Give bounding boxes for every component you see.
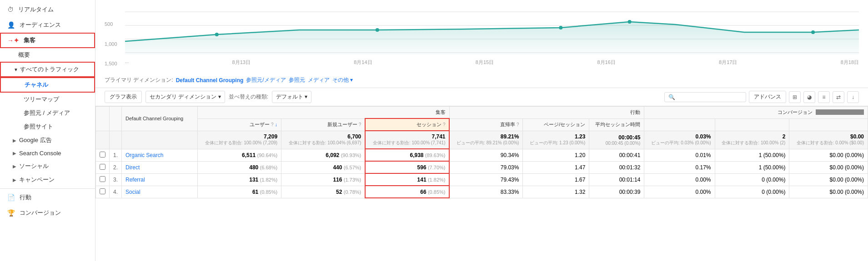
behavior-header: 行動 <box>449 107 644 119</box>
sidebar-item-behavior[interactable]: 📄 行動 <box>0 188 95 205</box>
sidebar-item-treemap[interactable]: ツリーマップ <box>0 93 95 106</box>
totals-label <box>122 131 198 149</box>
channel-header: Default Channel Grouping <box>122 107 198 131</box>
svg-point-7 <box>559 26 562 30</box>
table-row: 2. Direct 480 (6.68%) 440 (6.57%) 596 (7… <box>96 161 868 173</box>
sort-default-dropdown[interactable]: デフォルト ▾ <box>272 91 311 103</box>
sidebar-item-referral-media[interactable]: 参照元 / メディア <box>0 106 95 120</box>
pie-view-icon[interactable]: ◕ <box>803 91 815 103</box>
sidebar-item-conversion[interactable]: 🏆 コンバージョン <box>0 205 95 221</box>
sidebar-item-overview[interactable]: 概要 <box>0 48 95 62</box>
row-new-users: 116 (1.73%) <box>281 173 366 186</box>
chart-y-labels: 1,500 1,000 500 <box>105 7 123 66</box>
row-num: 3. <box>110 173 122 186</box>
row-sessions: 596 (7.70%) <box>365 161 449 173</box>
table-view-icon[interactable]: ⊞ <box>789 91 801 103</box>
acquisition-icon: →✦ <box>7 37 19 44</box>
totals-users: 7,209 全体に対する割合: 100.00% (7,209) <box>197 131 281 149</box>
sidebar-item-realtime[interactable]: ⏱ リアルタイム <box>0 2 95 17</box>
secondary-dimension-dropdown[interactable]: セカンダリ ディメンション ▾ <box>146 91 225 103</box>
sidebar-item-social[interactable]: ▶ ソーシャル <box>0 159 95 173</box>
graph-view-button[interactable]: グラフ表示 <box>105 91 142 103</box>
row-sessions: 141 (1.82%) <box>365 173 449 186</box>
totals-sessions: 7,741 全体に対する割合: 100.00% (7,741) <box>365 131 449 149</box>
row-pages-session: 1.32 <box>523 186 589 198</box>
avg-session-header[interactable]: 平均セッション時間 <box>589 118 644 131</box>
table-row: 3. Referral 131 (1.82%) 116 (1.73%) 141 … <box>96 173 868 186</box>
search-box[interactable]: 🔍 <box>664 92 746 102</box>
row-conv1: 0.17% <box>644 161 715 173</box>
row-channel-name[interactable]: Social <box>122 186 198 198</box>
checkbox-header <box>96 107 110 131</box>
row-conv2: 0 (0.00%) <box>715 173 789 186</box>
sidebar-item-channels[interactable]: チャネル <box>0 77 95 93</box>
sidebar-item-audience[interactable]: 👤 オーディエンス <box>0 17 95 33</box>
dimension-row: プライマリ ディメンション: Default Channel Grouping … <box>95 73 868 88</box>
data-table: Default Channel Grouping 集客 行動 コンバージョン ユ… <box>95 106 868 198</box>
row-checkbox[interactable] <box>96 186 110 198</box>
totals-bounce: 89.21% ビューの平均: 89.21% (0.00%) <box>449 131 522 149</box>
arrow-down-icon: ▼ <box>14 67 18 72</box>
sidebar-item-google-ads[interactable]: ▶ Google 広告 <box>0 133 95 147</box>
row-channel-name[interactable]: Direct <box>122 161 198 173</box>
conv2-header[interactable] <box>715 118 789 131</box>
svg-point-6 <box>376 28 379 32</box>
pages-session-header[interactable]: ページ/セッション <box>523 118 589 131</box>
new-users-help-icon[interactable]: ? <box>359 122 361 127</box>
sort-type-label: 並べ替えの種類: <box>229 93 268 101</box>
row-conv2: 1 (50.00%) <box>715 149 789 161</box>
row-bounce: 90.34% <box>449 149 522 161</box>
chart-svg <box>125 7 859 57</box>
row-users: 131 (1.82%) <box>197 173 281 186</box>
users-help-icon[interactable]: ? <box>271 122 274 127</box>
svg-point-9 <box>811 30 815 34</box>
sessions-help-icon[interactable]: ? <box>443 122 446 127</box>
audience-icon: 👤 <box>7 21 15 29</box>
toolbar-right: 🔍 アドバンス ⊞ ◕ ≡ ⇄ ↓ <box>664 91 859 103</box>
sidebar-item-referral-site[interactable]: 参照サイト <box>0 120 95 133</box>
export-icon[interactable]: ↓ <box>847 91 859 103</box>
totals-conv3: $0.00 全体に対する割合: 0.00% ($0.00) <box>789 131 868 149</box>
svg-point-5 <box>215 33 219 36</box>
row-conv3: $0.00 (0.00%) <box>789 149 868 161</box>
bar-view-icon[interactable]: ≡ <box>818 91 830 103</box>
conv1-header[interactable] <box>644 118 715 131</box>
sidebar-item-all-traffic[interactable]: ▼ すべてのトラフィック <box>0 62 95 77</box>
row-conv3: $0.00 (0.00%) <box>789 186 868 198</box>
chart-area: 1,500 1,000 500 <box>95 0 868 73</box>
conv3-header[interactable] <box>789 118 868 131</box>
row-checkbox[interactable] <box>96 149 110 161</box>
row-bounce: 83.33% <box>449 186 522 198</box>
chart-container: 1,500 1,000 500 <box>105 7 859 66</box>
bounce-header[interactable]: 直帰率 ? <box>449 118 522 131</box>
row-channel-name[interactable]: Referral <box>122 173 198 186</box>
users-header[interactable]: ユーザー ? ↓ <box>197 118 281 131</box>
row-checkbox[interactable] <box>96 173 110 186</box>
arrow-right-icon4: ▶ <box>13 177 16 182</box>
row-avg-session: 00:01:14 <box>589 173 644 186</box>
sidebar-item-campaign[interactable]: ▶ キャンペーン <box>0 173 95 187</box>
row-num: 4. <box>110 186 122 198</box>
table-row: 1. Organic Search 6,511 (90.64%) 6,092 (… <box>96 149 868 161</box>
new-users-header[interactable]: 新規ユーザー ? <box>281 118 366 131</box>
num-header <box>110 107 122 131</box>
conversion-header: コンバージョン <box>644 107 868 119</box>
totals-conv2: 2 全体に対する割合: 100.00% (2) <box>715 131 789 149</box>
row-channel-name[interactable]: Organic Search <box>122 149 198 161</box>
row-conv1: 0.01% <box>644 149 715 161</box>
compare-icon[interactable]: ⇄ <box>833 91 844 103</box>
sidebar-item-acquisition[interactable]: →✦ 集客 <box>0 33 95 48</box>
row-users: 480 (6.68%) <box>197 161 281 173</box>
row-users: 6,511 (90.64%) <box>197 149 281 161</box>
conversion-icon: 🏆 <box>7 209 15 217</box>
sort-icon[interactable]: ↓ <box>275 122 278 127</box>
advance-button[interactable]: アドバンス <box>749 91 786 103</box>
sidebar: ⏱ リアルタイム 👤 オーディエンス →✦ 集客 概要 ▼ すべてのトラフィック… <box>0 0 95 261</box>
sidebar-item-search-console[interactable]: ▶ Search Console <box>0 147 95 159</box>
bounce-help-icon[interactable]: ? <box>517 122 519 127</box>
row-bounce: 79.43% <box>449 173 522 186</box>
behavior-icon: 📄 <box>7 194 15 201</box>
row-pages-session: 1.20 <box>523 149 589 161</box>
sessions-header[interactable]: セッション ? <box>365 118 449 131</box>
row-checkbox[interactable] <box>96 161 110 173</box>
